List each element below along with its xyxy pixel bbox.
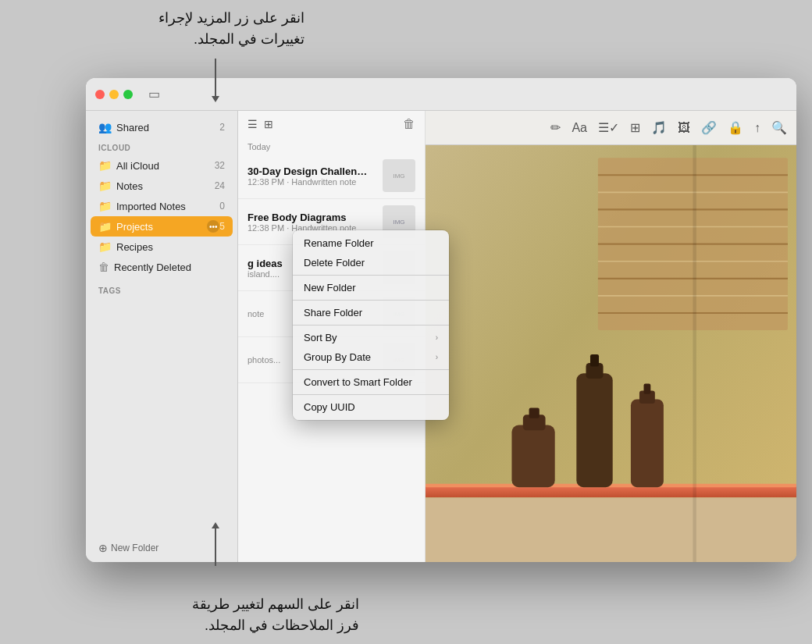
sidebar-item-label: Projects: [116, 221, 204, 233]
submenu-arrow-icon: ›: [436, 353, 438, 361]
menu-separator: [293, 369, 449, 370]
note-item[interactable]: 30-Day Design Challen… 12:38 PM · Handwr…: [238, 153, 425, 199]
note-info: Free Body Diagrams 12:38 PM · Handwritte…: [248, 212, 376, 233]
menu-separator: [293, 394, 449, 395]
annotation-top: انقر على زر المزيد لإجراء تغييرات في الم…: [158, 8, 304, 50]
preview-pane: ✏ Aa ☰✓ ⊞ 🎵 🖼 🔗 🔒 ↑ 🔍: [426, 111, 796, 562]
svg-rect-13: [511, 425, 554, 488]
sidebar-item-label: Shared: [116, 122, 219, 133]
item-count: 32: [215, 160, 225, 171]
menu-item-label: Convert to Smart Folder: [304, 376, 412, 388]
tags-section-label: Tags: [86, 277, 237, 298]
folder-icon: 📁: [98, 200, 112, 212]
context-menu: Rename Folder Delete Folder New Folder S…: [293, 230, 449, 420]
link-icon[interactable]: 🔗: [701, 120, 717, 135]
sidebar-item-notes[interactable]: 📁 Notes 24: [86, 176, 237, 196]
svg-rect-23: [693, 145, 696, 562]
menu-item-label: New Folder: [304, 282, 355, 294]
view-icons: ☰ ⊞: [248, 118, 273, 130]
annotation-arrow-top: [215, 59, 216, 98]
plus-icon: ⊕: [98, 542, 108, 554]
list-view-icon[interactable]: ☰: [248, 118, 258, 130]
menu-item-sort-by[interactable]: Sort By ›: [293, 328, 449, 347]
share-icon[interactable]: ↑: [754, 121, 760, 135]
menu-item-label: Delete Folder: [304, 257, 365, 269]
note-title: Free Body Diagrams: [248, 212, 376, 223]
note-title: 30-Day Design Challen…: [248, 165, 376, 177]
annotation-bottom: انقر على السهم لتغيير طريقة فرز الملاحظا…: [192, 594, 359, 636]
folder-icon: 📁: [98, 159, 112, 172]
sidebar-item-label: Recipes: [116, 241, 225, 253]
svg-rect-11: [426, 486, 796, 497]
titlebar: ▭: [86, 78, 796, 111]
sidebar: 👥 Shared 2 iCloud 📁 All iCloud 32 📁 Note…: [86, 111, 238, 562]
shared-count: 2: [219, 122, 225, 133]
checklist-icon[interactable]: ☰✓: [598, 120, 619, 135]
notes-window: ▭ 👥 Shared 2 iCloud 📁 All iCloud 32 📁 N: [86, 78, 796, 562]
annotation-arrow-bottom: [215, 527, 216, 566]
menu-item-rename-folder[interactable]: Rename Folder: [293, 233, 449, 253]
folder-icon: 📁: [98, 240, 112, 253]
compose-icon[interactable]: ✏: [550, 120, 561, 135]
svg-rect-15: [529, 408, 540, 418]
sidebar-item-all-icloud[interactable]: 📁 All iCloud 32: [86, 155, 237, 176]
svg-rect-18: [590, 354, 599, 366]
new-folder-label: New Folder: [111, 543, 158, 553]
traffic-lights: [95, 90, 133, 99]
menu-item-label: Rename Folder: [304, 237, 374, 249]
media-icon[interactable]: 🖼: [678, 121, 690, 135]
menu-separator: [293, 325, 449, 326]
sidebar-item-label: Notes: [116, 180, 215, 192]
sidebar-item-shared[interactable]: 👥 Shared 2: [86, 117, 237, 137]
minimize-button[interactable]: [109, 90, 119, 99]
menu-item-group-by-date[interactable]: Group By Date ›: [293, 347, 449, 367]
svg-rect-16: [576, 373, 612, 487]
lock-icon[interactable]: 🔒: [728, 120, 743, 135]
maximize-button[interactable]: [123, 90, 133, 99]
menu-separator: [293, 300, 449, 301]
toolbar-icons: ✏ Aa ☰✓ ⊞ 🎵 🖼 🔗 🔒 ↑ 🔍: [550, 120, 787, 135]
folder-icon: 📁: [98, 180, 112, 192]
sidebar-toggle-icon[interactable]: ▭: [148, 87, 160, 101]
menu-item-share-folder[interactable]: Share Folder: [293, 303, 449, 322]
menu-item-convert-to-smart-folder[interactable]: Convert to Smart Folder: [293, 372, 449, 392]
sidebar-item-label: All iCloud: [116, 160, 215, 172]
menu-item-label: Share Folder: [304, 307, 362, 318]
icloud-section-label: iCloud: [86, 137, 237, 155]
close-button[interactable]: [95, 90, 105, 99]
grid-view-icon[interactable]: ⊞: [264, 118, 273, 130]
svg-rect-21: [643, 384, 650, 394]
folder-icon: 📁: [98, 220, 112, 233]
item-count: 5: [219, 221, 225, 232]
menu-item-new-folder[interactable]: New Folder: [293, 278, 449, 297]
menu-item-copy-uuid[interactable]: Copy UUID: [293, 397, 449, 417]
submenu-arrow-icon: ›: [436, 333, 438, 342]
shared-icon: 👥: [98, 121, 112, 133]
audio-icon[interactable]: 🎵: [651, 120, 667, 135]
svg-rect-22: [426, 497, 796, 562]
sidebar-item-label: Recently Deleted: [114, 262, 225, 273]
search-icon[interactable]: 🔍: [771, 120, 787, 135]
table-icon[interactable]: ⊞: [630, 120, 640, 135]
delete-note-icon[interactable]: 🗑: [403, 117, 415, 131]
note-thumbnail: IMG: [383, 159, 415, 192]
sidebar-item-recently-deleted[interactable]: 🗑 Recently Deleted: [86, 257, 237, 277]
menu-item-label: Sort By: [304, 332, 337, 343]
note-info: 30-Day Design Challen… 12:38 PM · Handwr…: [248, 165, 376, 187]
sidebar-item-projects[interactable]: 📁 Projects ••• 5: [91, 216, 233, 237]
preview-image: [426, 145, 796, 562]
sidebar-item-label: Imported Notes: [116, 201, 219, 212]
toolbar: ✏ Aa ☰✓ ⊞ 🎵 🖼 🔗 🔒 ↑ 🔍: [426, 111, 796, 145]
svg-rect-19: [631, 399, 664, 487]
font-icon[interactable]: Aa: [572, 121, 587, 135]
item-count: 24: [215, 180, 225, 191]
menu-item-delete-folder[interactable]: Delete Folder: [293, 253, 449, 272]
trash-icon: 🗑: [98, 261, 109, 273]
more-button[interactable]: •••: [207, 220, 219, 233]
item-count: 0: [219, 201, 225, 212]
note-meta: 12:38 PM · Handwritten note: [248, 177, 376, 187]
menu-item-label: Copy UUID: [304, 401, 355, 413]
notes-list-header: ☰ ⊞ 🗑: [238, 111, 425, 137]
sidebar-item-recipes[interactable]: 📁 Recipes: [86, 237, 237, 257]
sidebar-item-imported-notes[interactable]: 📁 Imported Notes 0: [86, 196, 237, 216]
